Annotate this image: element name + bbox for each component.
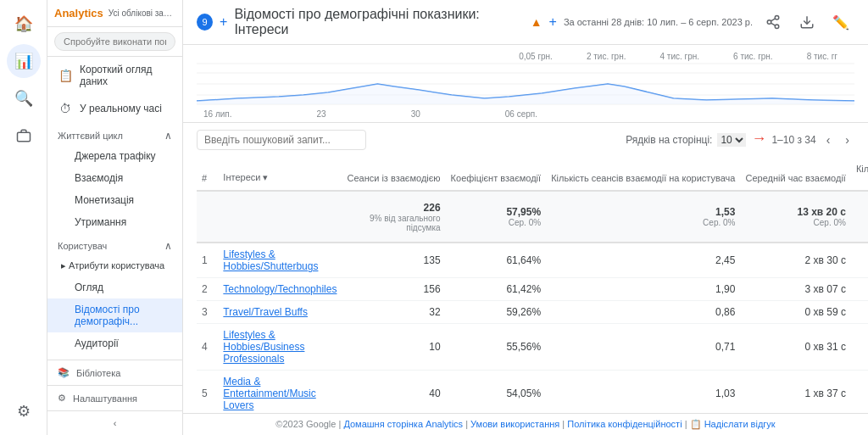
sidebar-item-user-overview[interactable]: Огляд: [47, 276, 182, 298]
sidebar-item-demographics[interactable]: Відомості про демографіч...: [47, 298, 182, 332]
row-events: 606: [851, 371, 868, 414]
interest-link[interactable]: Lifestyles & Hobbies/Business Profession…: [223, 329, 304, 365]
row-rate: 59,26%: [446, 301, 547, 324]
table-row: 1 Lifestyles & Hobbies/Shutterbugs 135 6…: [197, 243, 868, 278]
sidebar-overview-label: Короткий огляд даних: [80, 64, 172, 87]
top-search-input[interactable]: [54, 32, 175, 51]
footer-copyright: ©2023 Google |: [275, 419, 343, 429]
row-interest: Technology/Technophiles: [218, 278, 342, 301]
date-range: За останні 28 днів: 10 лип. – 6 серп. 20…: [564, 17, 753, 27]
row-avg-time: 3 хв 07 с: [740, 278, 850, 301]
sidebar-item-traffic[interactable]: Джерела трафіку: [47, 145, 182, 167]
col-interest-header[interactable]: Інтереси ▾: [218, 157, 342, 191]
footer-analytics-link[interactable]: Домашня сторінка Analytics: [343, 419, 463, 429]
svg-rect-0: [17, 132, 30, 142]
row-interest: Media & Entertainment/Music Lovers: [218, 371, 342, 414]
row-sessions-per-user: 1,90: [546, 278, 740, 301]
sidebar-collapse[interactable]: ‹: [47, 410, 182, 435]
lifecycle-chevron: ∧: [164, 130, 172, 142]
main-content: 9 + Відомості про демографічні показники…: [183, 0, 868, 435]
add-metric-button[interactable]: +: [220, 14, 227, 30]
row-events: 433: [851, 301, 868, 324]
chart-date-1: 23: [317, 109, 326, 119]
total-interest: [218, 191, 342, 243]
settings-gear-icon: ⚙: [58, 393, 66, 404]
settings-label: Налаштування: [73, 393, 137, 404]
nav-advertising-icon[interactable]: [7, 119, 41, 153]
row-num: 1: [197, 243, 218, 278]
interest-link[interactable]: Media & Entertainment/Music Lovers: [223, 376, 315, 411]
sidebar-settings[interactable]: ⚙ Налаштування: [47, 385, 182, 410]
data-table: # Інтереси ▾ Сеанси із взаємодією Коефіц…: [197, 157, 868, 413]
svg-point-3: [775, 25, 779, 29]
pagination-prev-button[interactable]: ‹: [821, 131, 836, 148]
col-sessions-header[interactable]: Сеанси із взаємодією: [342, 157, 445, 191]
row-sessions-per-user: 0,71: [546, 324, 740, 371]
library-label: Бібліотека: [76, 368, 120, 378]
svg-point-1: [775, 16, 779, 20]
sidebar-library[interactable]: 📚 Бібліотека: [47, 360, 182, 385]
sidebar-lifecycle-header[interactable]: Життєвий цикл ∧: [47, 123, 182, 145]
row-avg-time: 0 хв 31 с: [740, 324, 850, 371]
row-sessions: 135: [342, 243, 445, 278]
rows-per-page-select[interactable]: 10 25 50: [717, 133, 746, 147]
report-actions: ✏️: [760, 8, 854, 36]
nav-settings-icon[interactable]: ⚙: [7, 394, 41, 428]
chart-area: 0,05 грн. 2 тис. грн. 4 тис. грн. 6 тис.…: [183, 45, 868, 123]
table-search-input[interactable]: [197, 130, 366, 150]
footer-terms-link[interactable]: Умови використання: [470, 419, 559, 429]
row-avg-time: 1 хв 37 с: [740, 371, 850, 414]
edit-icon[interactable]: ✏️: [827, 8, 854, 36]
report-header: 9 + Відомості про демографічні показники…: [183, 0, 868, 45]
footer-sep3: | 📋: [685, 419, 704, 429]
col-avg-time-header[interactable]: Середній час взаємодії: [740, 157, 850, 191]
nav-home-icon[interactable]: 🏠: [7, 7, 41, 41]
row-rate: 55,56%: [446, 324, 547, 371]
nav-explore-icon[interactable]: 🔍: [7, 81, 41, 115]
add-comparison-button[interactable]: +: [549, 14, 557, 30]
col-sessions-per-user-header[interactable]: Кількість сеансів взаємодії на користува…: [546, 157, 740, 191]
chart-svg: [197, 63, 854, 105]
sidebar-item-user-attrs[interactable]: ▸ Атрибути користувача: [47, 255, 182, 276]
row-rate: 54,05%: [446, 371, 547, 414]
row-num: 5: [197, 371, 218, 414]
nav-reports-icon[interactable]: 📊: [7, 44, 41, 78]
row-avg-time: 2 хв 30 с: [740, 243, 850, 278]
interest-link[interactable]: Travel/Travel Buffs: [223, 306, 308, 318]
table-total-row: 226 9% від загального підсумка 57,95% Се…: [197, 191, 868, 243]
interest-link[interactable]: Lifestyles & Hobbies/Shutterbugs: [223, 248, 318, 272]
export-icon[interactable]: [793, 8, 821, 36]
sidebar-item-monetization[interactable]: Монетизація: [47, 189, 182, 211]
footer-feedback-link[interactable]: Надіслати відгук: [704, 419, 776, 429]
pagination-next-button[interactable]: ›: [840, 131, 854, 148]
share-icon[interactable]: [760, 8, 787, 36]
breadcrumb-text: Усі облікові записи > gmob.com.ua: [108, 8, 175, 18]
row-events: 1 870: [851, 243, 868, 278]
footer-privacy-link[interactable]: Політика конфіденційності: [567, 419, 682, 429]
left-nav: 🏠 📊 🔍 ⚙: [0, 0, 47, 435]
col-events-header[interactable]: Кількість подій Усі події: [851, 157, 868, 191]
sidebar-item-engagement[interactable]: Взаємодія: [47, 167, 182, 189]
sidebar-item-audiences[interactable]: Аудиторії: [47, 332, 182, 354]
row-events: 2 334: [851, 278, 868, 301]
col-rate-header[interactable]: Коефіцієнт взаємодії: [446, 157, 547, 191]
table-row: 4 Lifestyles & Hobbies/Business Professi…: [197, 324, 868, 371]
chart-date-3: 06 серп.: [505, 109, 537, 119]
row-interest: Lifestyles & Hobbies/Business Profession…: [218, 324, 342, 371]
interest-link[interactable]: Technology/Technophiles: [223, 283, 337, 295]
sidebar-item-overview[interactable]: 📋 Короткий огляд даних: [47, 57, 182, 94]
user-chevron: ∧: [164, 240, 172, 252]
row-events: 97: [851, 324, 868, 371]
warning-icon: ▲: [531, 15, 542, 29]
col-num: #: [197, 157, 218, 191]
rows-per-page-label: Рядків на сторінці:: [626, 134, 712, 146]
sidebar-user-header[interactable]: Користувач ∧: [47, 233, 182, 255]
footer: ©2023 Google | Домашня сторінка Analytic…: [183, 413, 868, 435]
chart-scale-1: 2 тис. грн.: [587, 52, 626, 61]
sidebar-item-retention[interactable]: Утримання: [47, 211, 182, 233]
row-avg-time: 0 хв 59 с: [740, 301, 850, 324]
sidebar-item-realtime[interactable]: ⏱ У реальному часі: [47, 94, 182, 123]
row-num: 2: [197, 278, 218, 301]
row-sessions-per-user: 2,45: [546, 243, 740, 278]
table-row: 3 Travel/Travel Buffs 32 59,26% 0,86 0 х…: [197, 301, 868, 324]
